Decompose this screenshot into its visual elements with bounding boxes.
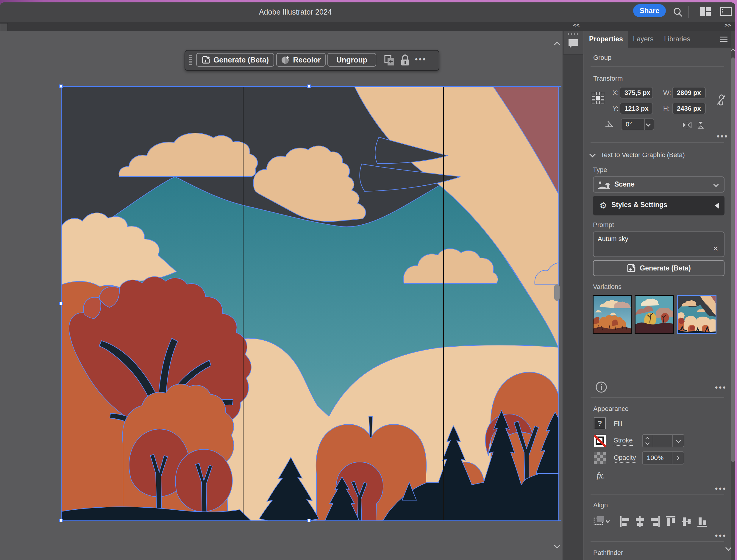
w-label: W: bbox=[663, 89, 671, 97]
tab-properties[interactable]: Properties bbox=[584, 31, 628, 48]
prompt-input[interactable]: Autum sky ✕ bbox=[593, 231, 725, 257]
align-more-icon[interactable]: ••• bbox=[715, 531, 727, 540]
styles-settings-label: Styles & Settings bbox=[611, 201, 667, 209]
title-bar bbox=[0, 2, 735, 22]
canvas[interactable]: Generate (Beta) Recolor Ungroup ••• Sele bbox=[0, 31, 562, 552]
prompt-label: Prompt bbox=[593, 221, 614, 229]
selection-handle-bottom-center[interactable] bbox=[307, 519, 311, 522]
collapse-left-icon[interactable]: << bbox=[573, 22, 580, 29]
generate-beta-button[interactable]: Generate (Beta) bbox=[196, 53, 274, 67]
info-icon[interactable] bbox=[595, 381, 607, 393]
stroke-swatch[interactable] bbox=[594, 435, 606, 447]
duplicate-icon[interactable] bbox=[384, 55, 395, 66]
selection-handle-middle-left[interactable] bbox=[59, 302, 63, 305]
ungroup-label: Ungroup bbox=[336, 56, 367, 64]
t2v-collapse-icon[interactable] bbox=[590, 152, 595, 158]
comments-icon[interactable] bbox=[567, 37, 579, 49]
t2v-section-label: Text to Vector Graphic (Beta) bbox=[601, 151, 685, 159]
h-input[interactable]: 2436 px bbox=[672, 103, 706, 114]
selection-handle-top-center[interactable] bbox=[307, 85, 311, 88]
illustrator-window: Adobe Illustrator 2024 Share << >> bbox=[0, 2, 735, 560]
flip-vertical-icon[interactable] bbox=[695, 120, 707, 130]
prompt-value: Autum sky bbox=[598, 235, 628, 243]
selection-bottom-edge[interactable] bbox=[61, 520, 561, 521]
stroke-unit-select[interactable] bbox=[672, 434, 684, 447]
align-bottom-icon[interactable] bbox=[697, 516, 708, 528]
rotation-chevron-icon[interactable] bbox=[647, 122, 650, 127]
canvas-scroll-up-icon[interactable] bbox=[555, 43, 559, 48]
dock-grip bbox=[568, 33, 578, 35]
panel-generate-button[interactable]: Generate (Beta) bbox=[593, 260, 725, 276]
panel-dock bbox=[563, 31, 583, 560]
lock-icon[interactable] bbox=[400, 54, 410, 67]
type-label: Type bbox=[593, 166, 607, 174]
align-center-vertical-icon[interactable] bbox=[681, 516, 692, 528]
align-center-horizontal-icon[interactable] bbox=[635, 516, 645, 528]
context-task-bar: Generate (Beta) Recolor Ungroup ••• bbox=[184, 50, 439, 71]
fill-swatch[interactable]: ? bbox=[594, 417, 606, 429]
variation-thumb-1[interactable] bbox=[593, 295, 632, 334]
fx-button[interactable]: fx. bbox=[597, 470, 605, 481]
type-value: Scene bbox=[614, 180, 635, 188]
document-bar bbox=[0, 22, 735, 31]
recolor-button[interactable]: Recolor bbox=[276, 53, 325, 67]
opacity-label[interactable]: Opacity bbox=[614, 454, 636, 463]
window-title: Adobe Illustrator 2024 bbox=[259, 8, 332, 16]
panel-scroll-thumb[interactable] bbox=[731, 57, 735, 462]
w-input[interactable]: 2809 px bbox=[672, 87, 706, 98]
transform-more-icon[interactable]: ••• bbox=[717, 132, 728, 141]
panel-scrollbar[interactable] bbox=[731, 31, 735, 560]
appearance-more-icon[interactable]: ••• bbox=[715, 484, 727, 493]
type-select[interactable]: Scene bbox=[593, 176, 725, 193]
artwork-autumn-scene[interactable] bbox=[61, 87, 559, 521]
x-input[interactable]: 375,5 px bbox=[620, 87, 653, 98]
generate-sparkle-icon bbox=[201, 55, 210, 64]
stroke-label[interactable]: Stroke bbox=[614, 437, 633, 446]
align-right-icon[interactable] bbox=[650, 516, 660, 528]
ungroup-button[interactable]: Ungroup bbox=[327, 53, 376, 67]
tab-layers[interactable]: Layers bbox=[628, 31, 658, 48]
share-button[interactable]: Share bbox=[633, 4, 666, 17]
rotation-select-divider bbox=[644, 118, 645, 130]
canvas-vertical-scrollbar[interactable] bbox=[554, 284, 560, 301]
y-input[interactable]: 1213 px bbox=[620, 103, 653, 114]
gear-icon: ⚙ bbox=[600, 201, 607, 210]
opacity-expand[interactable] bbox=[672, 451, 684, 464]
rotation-value: 0° bbox=[626, 121, 632, 128]
constrain-proportions-icon[interactable] bbox=[715, 93, 727, 107]
panel-toggle-icon[interactable] bbox=[720, 7, 732, 16]
align-left-icon[interactable] bbox=[620, 516, 630, 528]
scene-icon bbox=[598, 181, 610, 189]
prompt-clear-icon[interactable]: ✕ bbox=[713, 245, 719, 253]
canvas-scroll-down-icon[interactable] bbox=[555, 543, 559, 549]
align-to-selection-icon[interactable] bbox=[593, 515, 610, 528]
opacity-swatch[interactable] bbox=[594, 452, 606, 464]
flip-horizontal-icon[interactable] bbox=[681, 120, 693, 130]
generate-sparkle-icon bbox=[627, 263, 636, 273]
desktop: Adobe Illustrator 2024 Share << >> bbox=[0, 0, 737, 560]
workspace-icon[interactable] bbox=[700, 7, 711, 16]
divider bbox=[591, 541, 724, 542]
stroke-width-input[interactable] bbox=[653, 434, 672, 447]
selection-top-edge[interactable] bbox=[61, 86, 561, 87]
collapse-right-icon[interactable]: >> bbox=[725, 22, 731, 29]
taskbar-drag-handle[interactable] bbox=[189, 55, 192, 66]
variation-thumb-2[interactable] bbox=[635, 295, 674, 334]
panel-scroll-down-icon[interactable] bbox=[726, 545, 731, 551]
styles-settings-button[interactable]: ⚙ Styles & Settings bbox=[593, 196, 725, 215]
selection-handle-bottom-left[interactable] bbox=[59, 519, 63, 522]
stroke-stepper[interactable] bbox=[642, 434, 653, 447]
tab-libraries[interactable]: Libraries bbox=[658, 31, 696, 48]
panel-menu-icon[interactable] bbox=[720, 37, 727, 37]
comments-panel-cell[interactable] bbox=[563, 31, 583, 54]
align-top-icon[interactable] bbox=[665, 516, 676, 528]
taskbar-more-icon[interactable]: ••• bbox=[415, 55, 427, 64]
divider bbox=[591, 397, 724, 398]
t2v-more-icon[interactable]: ••• bbox=[715, 383, 727, 392]
appearance-section-label: Appearance bbox=[593, 405, 629, 413]
opacity-input[interactable]: 100% bbox=[642, 451, 672, 464]
variation-thumb-3[interactable] bbox=[677, 295, 716, 334]
selection-handle-top-left[interactable] bbox=[59, 85, 63, 88]
search-icon[interactable] bbox=[672, 7, 684, 18]
reference-point-icon[interactable] bbox=[592, 92, 605, 105]
